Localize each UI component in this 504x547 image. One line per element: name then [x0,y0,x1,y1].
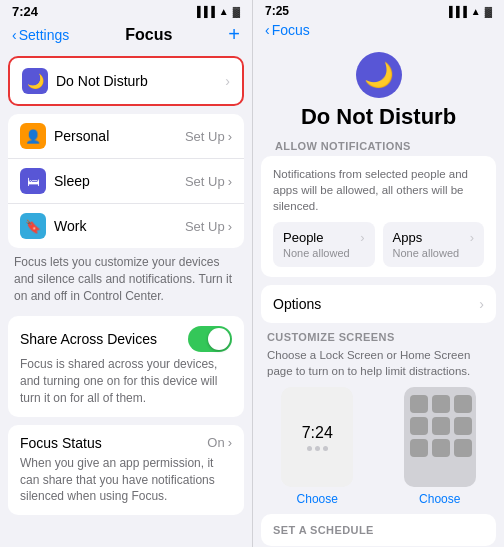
focus-status-row[interactable]: Focus Status On › [20,435,232,451]
screens-grid: 7:24 Choose [261,387,496,506]
lock-dot-1 [307,446,312,451]
left-chevron-icon: ‹ [12,27,17,43]
work-setup-label: Set Up [185,219,225,234]
lock-dots [307,446,328,451]
focus-modes-list: 👤 Personal Set Up › 🛏 Sleep Set Up › [8,114,244,248]
app-icon-5 [432,417,450,435]
people-sub: None allowed [283,247,350,259]
dnd-icon: 🌙 [22,68,48,94]
app-icon-6 [454,417,472,435]
share-across-devices-section: Share Across Devices Focus is shared acr… [8,316,244,416]
left-status-bar: 7:24 ▐▐▐ ▲ ▓ [0,0,252,21]
home-screen-preview [404,387,476,487]
share-toggle[interactable] [188,326,232,352]
allow-notifications-desc: Notifications from selected people and a… [273,166,484,214]
allow-notifications-header: ALLOW NOTIFICATIONS [275,140,482,152]
focus-status-description: When you give an app permission, it can … [20,455,232,505]
lock-screen-card[interactable]: 7:24 Choose [261,387,374,506]
options-label: Options [273,296,321,312]
share-row: Share Across Devices [20,326,232,352]
toggle-knob [208,328,230,350]
right-battery-icon: ▓ [485,6,492,17]
people-chevron-icon: › [360,230,364,245]
app-icon-9 [454,439,472,457]
right-nav: ‹ Focus [253,20,504,44]
focus-status-section: Focus Status On › When you give an app p… [8,425,244,515]
work-icon: 🔖 [20,213,46,239]
notifications-grid: People › None allowed Apps › None allowe… [273,222,484,267]
focus-status-chevron-icon: › [228,435,232,450]
sleep-icon: 🛏 [20,168,46,194]
allow-notifications-section: Notifications from selected people and a… [261,156,496,277]
lock-screen-visual: 7:24 [281,387,353,487]
work-chevron-icon: › [228,219,232,234]
customize-desc: Choose a Lock Screen or Home Screen page… [261,347,496,379]
people-card-top: People › [283,230,365,245]
app-icon-8 [432,439,450,457]
right-chevron-icon: ‹ [265,22,270,38]
home-screen-choose-button[interactable]: Choose [419,492,460,506]
options-row[interactable]: Options › [261,285,496,323]
right-status-bar: 7:25 ▐▐▐ ▲ ▓ [253,0,504,20]
dnd-header: 🌙 Do Not Disturb [253,44,504,140]
sleep-chevron-icon: › [228,174,232,189]
app-icon-3 [454,395,472,413]
app-icon-7 [410,439,428,457]
customize-screens-section: CUSTOMIZE SCREENS Choose a Lock Screen o… [261,331,496,506]
personal-setup-label: Set Up [185,129,225,144]
left-time: 7:24 [12,4,38,19]
do-not-disturb-row[interactable]: 🌙 Do Not Disturb › [8,56,244,106]
work-label: Work [54,218,86,234]
left-back-label: Settings [19,27,70,43]
share-description: Focus is shared across your devices, and… [20,356,232,406]
left-content: 🌙 Do Not Disturb › 👤 Personal Set Up › 🛏 [0,52,252,547]
home-screen-visual [404,387,476,487]
right-signal-icon: ▐▐▐ [446,6,467,17]
allow-notifications-header-container: ALLOW NOTIFICATIONS [261,140,496,152]
people-card[interactable]: People › None allowed [273,222,375,267]
add-focus-button[interactable]: + [228,23,240,46]
focus-description: Focus lets you customize your devices an… [0,248,252,308]
battery-icon: ▓ [233,6,240,17]
right-back-label: Focus [272,22,310,38]
app-icon-4 [410,417,428,435]
dnd-row-left: 🌙 Do Not Disturb [22,68,148,94]
right-back-button[interactable]: ‹ Focus [265,22,492,38]
lock-dot-3 [323,446,328,451]
apps-chevron-icon: › [470,230,474,245]
apps-sub: None allowed [393,247,460,259]
dnd-title: Do Not Disturb [301,104,456,130]
right-wifi-icon: ▲ [471,6,481,17]
right-status-icons: ▐▐▐ ▲ ▓ [446,6,492,17]
work-row[interactable]: 🔖 Work Set Up › [8,204,244,248]
app-icon-2 [432,395,450,413]
schedule-header: SET A SCHEDULE [273,524,484,536]
wifi-icon: ▲ [219,6,229,17]
personal-row[interactable]: 👤 Personal Set Up › [8,114,244,159]
lock-screen-choose-button[interactable]: Choose [297,492,338,506]
work-left: 🔖 Work [20,213,86,239]
work-action: Set Up › [185,219,232,234]
sleep-action: Set Up › [185,174,232,189]
lock-screen-preview: 7:24 [281,387,353,487]
sleep-left: 🛏 Sleep [20,168,90,194]
dnd-big-icon: 🌙 [356,52,402,98]
personal-icon: 👤 [20,123,46,149]
sleep-row[interactable]: 🛏 Sleep Set Up › [8,159,244,204]
app-icon-1 [410,395,428,413]
right-time: 7:25 [265,4,289,18]
home-screen-card[interactable]: Choose [384,387,497,506]
personal-label: Personal [54,128,109,144]
focus-status-value: On [207,435,224,450]
dnd-label: Do Not Disturb [56,73,148,89]
sleep-label: Sleep [54,173,90,189]
apps-label: Apps [393,230,423,245]
customize-header: CUSTOMIZE SCREENS [261,331,496,343]
left-panel: 7:24 ▐▐▐ ▲ ▓ ‹ Settings Focus + 🌙 Do Not… [0,0,252,547]
apps-card[interactable]: Apps › None allowed [383,222,485,267]
personal-action: Set Up › [185,129,232,144]
personal-left: 👤 Personal [20,123,109,149]
left-back-button[interactable]: ‹ Settings [12,27,69,43]
schedule-banner: SET A SCHEDULE [261,514,496,546]
signal-icon: ▐▐▐ [194,6,215,17]
